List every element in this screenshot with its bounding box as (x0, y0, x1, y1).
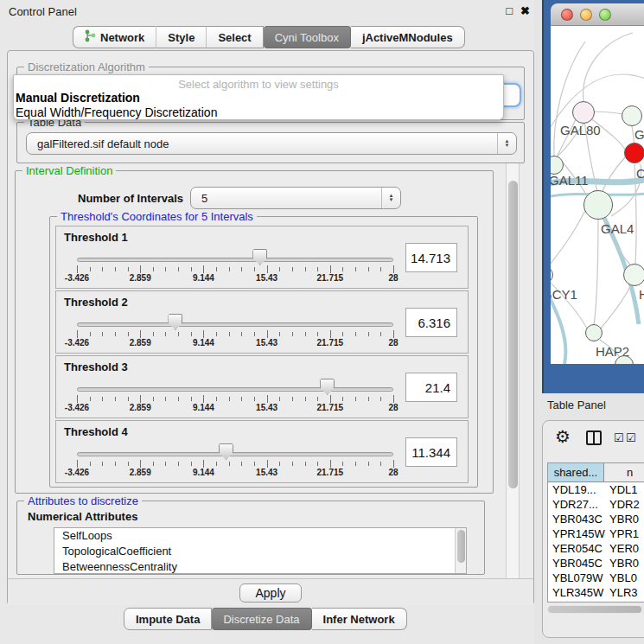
stepper-icon[interactable]: ▲ ▼ (497, 133, 516, 154)
stepper-icon[interactable]: ▲ ▼ (381, 188, 400, 208)
tick-mark (140, 330, 141, 338)
table-row[interactable]: YDR27...YDR2 (548, 497, 644, 512)
attributes-list-scrollbar-thumb[interactable] (457, 530, 465, 563)
tick-mark (279, 397, 280, 401)
network-node[interactable] (623, 264, 644, 286)
table-row[interactable]: YIL052CYIL0 (548, 600, 644, 603)
number-of-intervals-combo[interactable]: 5 ▲ ▼ (190, 187, 401, 209)
table-body: YDL19...YDL1YDR27...YDR2YBR043CYBR0YPR14… (548, 482, 644, 603)
checkbox-checked-icon[interactable]: ☑ (626, 431, 636, 444)
bottom-tab-bar: Impute Data Discretize Data Infer Networ… (124, 608, 407, 630)
tick-mark (90, 397, 91, 401)
slider-track[interactable] (77, 387, 393, 392)
column-header-name[interactable]: n (604, 463, 644, 481)
node-label: GCY1 (551, 287, 577, 302)
main-scrollbar[interactable] (506, 163, 520, 578)
tick-mark (229, 462, 230, 466)
table-panel: ⚙ ☑ ☑ shared... n YDL19...YDL1YDR27...YD… (542, 420, 644, 638)
app-root: Control Panel □ ✖ Network Style Select (0, 0, 644, 644)
table-cell: YDR27... (548, 497, 606, 512)
table-row[interactable]: YBL079WYBL0 (548, 571, 644, 585)
checkbox-checked-icon[interactable]: ☑ (614, 431, 624, 444)
network-node[interactable] (622, 105, 642, 126)
list-item[interactable]: BetweennessCentrality (54, 559, 466, 574)
tab-infer-network[interactable]: Infer Network (312, 608, 407, 630)
threshold-value-input[interactable]: 11.344 (405, 437, 457, 467)
tick-mark (342, 332, 343, 336)
float-window-icon[interactable]: □ (506, 4, 513, 17)
close-traffic-light-icon[interactable] (561, 9, 573, 21)
network-node[interactable] (624, 143, 644, 163)
threshold-value-input[interactable]: 21.4 (405, 373, 457, 402)
threshold-value-input[interactable]: 6.316 (405, 308, 457, 337)
split-columns-icon[interactable] (586, 430, 602, 445)
network-node[interactable] (585, 324, 603, 341)
tab-impute-data[interactable]: Impute Data (124, 608, 212, 630)
minimize-traffic-light-icon[interactable] (580, 9, 592, 21)
top-tab-bar: Network Style Select Cyni Toolbox jActiv… (73, 26, 465, 48)
node-label: GAL4 (601, 221, 634, 236)
table-row[interactable]: YBR045CYBR0 (548, 556, 644, 571)
tick-mark (153, 462, 154, 466)
table-row[interactable]: YPR145WYPR1 (548, 526, 644, 541)
network-node[interactable] (583, 190, 613, 220)
popup-hint: Select algorithm to view settings (14, 75, 503, 91)
tab-jactivemnodules[interactable]: jActiveMNodules (351, 26, 465, 48)
table-row[interactable]: YER054CYER0 (548, 541, 644, 556)
main-scrollbar-thumb[interactable] (508, 181, 518, 488)
popup-option-equal-width[interactable]: Equal Width/Frequency Discretization (14, 105, 503, 120)
tick-mark (229, 267, 230, 271)
tick-label: 2.859 (130, 468, 151, 477)
gear-icon[interactable]: ⚙ (555, 426, 571, 447)
threshold-value-input[interactable]: 14.713 (405, 243, 457, 272)
tab-select[interactable]: Select (207, 26, 263, 48)
network-canvas: GAL80GCGAL11GAL4GCY1HHAP2 (551, 26, 644, 364)
apply-button[interactable]: Apply (239, 583, 302, 603)
tick-mark (229, 332, 230, 336)
tick-mark (140, 265, 141, 273)
tick-mark (216, 462, 217, 466)
table-row[interactable]: YBR043CYBR0 (548, 512, 644, 526)
tick-mark (140, 460, 141, 468)
tab-discretize-data[interactable]: Discretize Data (212, 608, 311, 630)
slider-track[interactable] (77, 452, 393, 456)
list-item[interactable]: SelfLoops (54, 528, 466, 544)
slider-thumb[interactable] (320, 379, 335, 395)
slider-track[interactable] (77, 258, 393, 262)
table-row[interactable]: YDL19...YDL1 (548, 482, 644, 497)
tick-mark (330, 265, 331, 273)
table-row[interactable]: YLR345WYLR3 (548, 585, 644, 600)
table-horizontal-scrollbar-thumb[interactable] (548, 606, 641, 613)
table-data-combo[interactable]: galFiltered.sif default node ▲ ▼ (26, 132, 517, 155)
zoom-traffic-light-icon[interactable] (599, 9, 611, 21)
tick-mark (330, 395, 331, 403)
attributes-list-scrollbar[interactable] (455, 528, 466, 573)
tick-mark (305, 397, 306, 401)
column-header-shared[interactable]: shared... (548, 463, 604, 481)
tick-mark (165, 267, 166, 271)
node-label: H (639, 287, 644, 302)
threshold-row: Threshold 4 -3.4262.8599.14415.4321.7152… (55, 420, 469, 483)
tab-network[interactable]: Network (73, 26, 156, 48)
network-node[interactable] (572, 101, 595, 124)
close-icon[interactable]: ✖ (520, 4, 530, 17)
tick-mark (380, 462, 381, 466)
tick-label: 21.715 (317, 338, 344, 348)
tab-impute-data-label: Impute Data (136, 613, 200, 626)
slider-track[interactable] (77, 322, 393, 327)
slider-thumb[interactable] (252, 249, 267, 265)
slider-thumb[interactable] (168, 314, 182, 330)
tick-mark (216, 397, 217, 401)
tab-network-label: Network (100, 31, 144, 44)
tab-cyni-toolbox[interactable]: Cyni Toolbox (264, 26, 351, 48)
tick-mark (165, 462, 166, 466)
list-item[interactable]: TopologicalCoefficient (54, 544, 466, 559)
slider-thumb[interactable] (219, 443, 233, 460)
table-horizontal-scrollbar[interactable] (547, 605, 644, 614)
tick-mark (128, 267, 129, 271)
tab-style[interactable]: Style (156, 26, 207, 48)
algorithm-dropdown-popup: Select algorithm to view settings Manual… (13, 74, 504, 120)
tick-label: 9.144 (193, 403, 214, 412)
popup-option-manual[interactable]: Manual Discretization (14, 91, 503, 105)
tick-mark (368, 397, 369, 401)
